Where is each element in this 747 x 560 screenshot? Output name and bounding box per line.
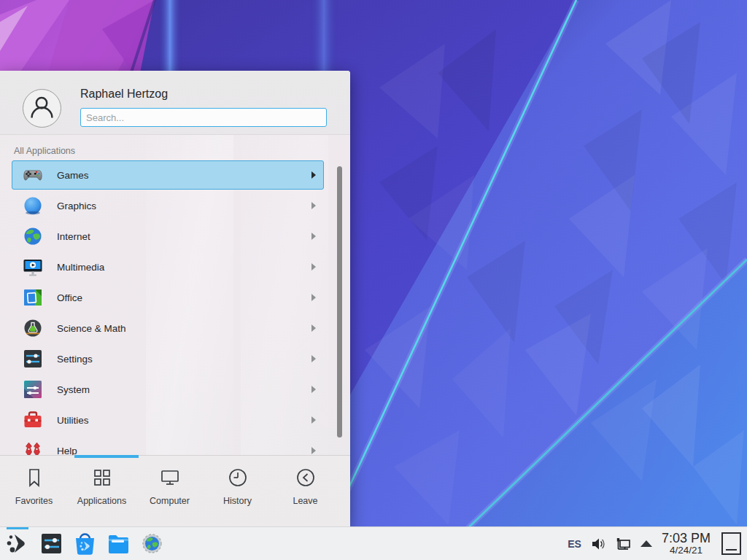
office-document-icon: [22, 287, 44, 308]
category-row-utilities[interactable]: Utilities: [0, 405, 350, 435]
category-list: Games Graphics Internet: [0, 160, 350, 466]
show-desktop-line: [726, 549, 737, 551]
category-label: Utilities: [57, 415, 89, 426]
kickoff-launcher-icon[interactable]: [6, 532, 30, 556]
volume-icon[interactable]: [589, 535, 607, 553]
multimedia-monitor-icon: [22, 256, 44, 278]
category-row-system[interactable]: System: [0, 374, 350, 405]
tab-label: Computer: [150, 496, 190, 506]
file-manager-icon[interactable]: [107, 532, 131, 556]
tab-label: Favorites: [15, 496, 53, 506]
settings-sliders-icon: [22, 348, 44, 370]
submenu-arrow-icon: [311, 263, 316, 271]
user-name: Raphael Hertzog: [80, 88, 168, 101]
category-row-settings[interactable]: Settings: [0, 343, 350, 374]
category-row-games[interactable]: Games: [0, 160, 350, 190]
category-row-office[interactable]: Office: [0, 282, 350, 313]
category-label: Multimedia: [57, 262, 104, 273]
bookmark-icon: [23, 466, 46, 489]
category-label: Office: [57, 292, 82, 303]
globe-icon: [22, 225, 44, 247]
section-label: All Applications: [14, 146, 75, 156]
submenu-arrow-icon: [311, 171, 316, 179]
submenu-arrow-icon: [311, 416, 316, 424]
system-tray: ES 7:03 PM 4/24/21: [568, 527, 741, 560]
submenu-arrow-icon: [311, 202, 316, 209]
submenu-arrow-icon: [311, 386, 316, 393]
monitor-icon: [162, 471, 178, 484]
grid-icon: [90, 466, 114, 489]
discover-icon[interactable]: [73, 532, 97, 556]
clock-icon: [230, 470, 246, 486]
application-launcher-menu: Raphael Hertzog All Applications Games: [0, 71, 350, 526]
system-settings-icon[interactable]: [39, 532, 63, 556]
tab-computer[interactable]: Computer: [136, 466, 204, 526]
tab-label: Leave: [293, 496, 317, 506]
utilities-toolbox-icon: [22, 409, 44, 431]
category-label: System: [57, 384, 90, 395]
user-avatar[interactable]: [23, 89, 61, 128]
search-input[interactable]: [80, 108, 327, 127]
submenu-arrow-icon: [311, 447, 316, 454]
expand-tray-icon[interactable]: [640, 540, 652, 547]
launcher-active-indicator: [7, 527, 28, 529]
category-label: Games: [57, 170, 89, 181]
category-row-internet[interactable]: Internet: [0, 221, 350, 252]
system-sliders-icon: [22, 378, 44, 400]
tab-applications[interactable]: Applications: [68, 466, 136, 526]
desktop: Raphael Hertzog All Applications Games: [0, 0, 747, 560]
clock-date: 4/24/21: [662, 545, 711, 556]
submenu-arrow-icon: [311, 294, 316, 301]
digital-clock[interactable]: 7:03 PM 4/24/21: [660, 532, 712, 556]
graphics-sphere-icon: [22, 195, 44, 217]
submenu-arrow-icon: [311, 324, 316, 332]
category-label: Science & Math: [57, 323, 126, 334]
category-row-graphics[interactable]: Graphics: [0, 190, 350, 221]
category-row-science-math[interactable]: Science & Math: [0, 313, 350, 343]
leave-circle-icon: [298, 470, 314, 486]
keyboard-layout-indicator[interactable]: ES: [568, 538, 581, 550]
tab-leave[interactable]: Leave: [271, 466, 339, 526]
show-desktop-button[interactable]: [721, 532, 741, 555]
category-row-multimedia[interactable]: Multimedia: [0, 252, 350, 282]
tab-label: History: [223, 496, 252, 506]
taskbar-panel: ES 7:03 PM 4/24/21: [0, 526, 747, 560]
category-label: Graphics: [57, 201, 96, 211]
list-scrollbar[interactable]: [337, 166, 342, 438]
submenu-arrow-icon: [311, 355, 316, 362]
launcher-tab-bar: Favorites Applications Computer: [0, 455, 350, 526]
web-browser-icon[interactable]: [140, 532, 164, 556]
category-label: Internet: [57, 231, 90, 242]
network-icon[interactable]: [615, 535, 632, 553]
science-flask-icon: [22, 317, 44, 339]
clock-time: 7:03 PM: [662, 532, 711, 545]
tab-favorites[interactable]: Favorites: [0, 466, 68, 526]
tab-label: Applications: [77, 496, 126, 506]
tab-history[interactable]: History: [204, 466, 271, 526]
category-label: Settings: [57, 354, 93, 365]
submenu-arrow-icon: [311, 233, 316, 240]
gamepad-icon: [22, 164, 44, 186]
active-tab-indicator: [74, 455, 139, 458]
launcher-header: Raphael Hertzog: [0, 71, 350, 135]
